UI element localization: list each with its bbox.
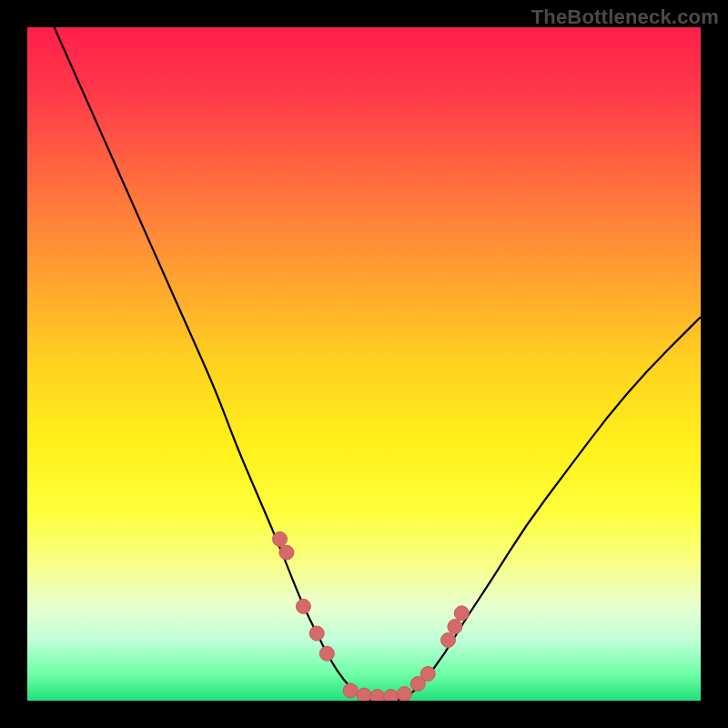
watermark-text: TheBottleneck.com <box>531 5 719 29</box>
chart-frame: TheBottleneck.com <box>0 0 728 728</box>
benchmark-point <box>279 545 294 560</box>
benchmark-point <box>296 599 310 613</box>
benchmark-point <box>343 683 358 698</box>
plot-area <box>27 27 701 701</box>
benchmark-point <box>384 690 399 701</box>
benchmark-point <box>357 688 371 701</box>
heat-gradient <box>27 27 701 701</box>
benchmark-point <box>454 606 469 621</box>
benchmark-point <box>397 687 411 701</box>
chart-svg <box>27 27 701 701</box>
benchmark-point <box>370 690 385 701</box>
benchmark-point <box>273 531 288 546</box>
benchmark-point <box>448 620 462 634</box>
benchmark-point <box>319 646 334 661</box>
benchmark-point <box>441 632 456 647</box>
benchmark-point <box>309 626 324 641</box>
benchmark-point <box>420 666 435 681</box>
